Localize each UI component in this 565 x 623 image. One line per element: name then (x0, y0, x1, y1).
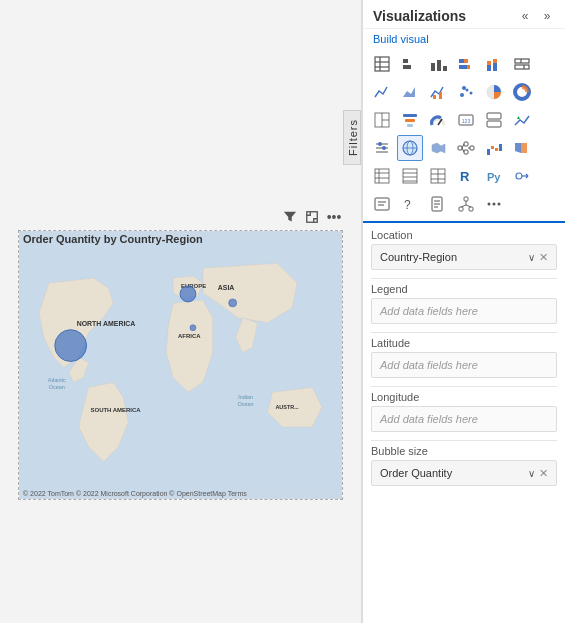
svg-line-71 (462, 144, 464, 148)
divider-2 (371, 332, 557, 333)
table2-icon[interactable] (397, 163, 423, 189)
donut-icon[interactable] (509, 79, 535, 105)
decomp-tree-icon[interactable] (453, 135, 479, 161)
svg-point-12 (55, 330, 87, 362)
visual-container: ••• Order Quantity by Country-Region (18, 230, 343, 500)
svg-rect-70 (470, 146, 474, 150)
more-visuals-icon[interactable] (481, 191, 507, 217)
pie-chart-icon[interactable] (481, 79, 507, 105)
line-chart-icon[interactable] (369, 79, 395, 105)
expand-icon[interactable] (304, 209, 320, 225)
latitude-label: Latitude (371, 337, 557, 349)
gauge-icon[interactable] (425, 107, 451, 133)
python-icon[interactable]: Py (481, 163, 507, 189)
svg-point-92 (516, 173, 522, 179)
location-close[interactable]: ✕ (539, 251, 548, 264)
longitude-section: Longitude Add data fields here (371, 391, 557, 432)
100-stacked-bar-icon[interactable] (509, 51, 535, 77)
waterfall-icon[interactable] (481, 135, 507, 161)
table3-icon[interactable] (425, 163, 451, 189)
multi-row-card-icon[interactable] (481, 107, 507, 133)
table-icon[interactable] (369, 51, 395, 77)
svg-point-13 (180, 286, 196, 302)
svg-marker-37 (403, 87, 415, 97)
divider-3 (371, 386, 557, 387)
location-value[interactable]: Country-Region ∨ ✕ (371, 244, 557, 270)
map-area[interactable]: NORTH AMERICA SOUTH AMERICA AFRICA ASIA … (19, 231, 342, 499)
location-section: Location Country-Region ∨ ✕ (371, 229, 557, 270)
collapse-panel-icon[interactable]: « (517, 8, 533, 24)
svg-rect-16 (375, 57, 389, 71)
slicer-icon[interactable] (369, 135, 395, 161)
stacked-column-icon[interactable] (481, 51, 507, 77)
legend-label: Legend (371, 283, 557, 295)
icon-row-4 (369, 135, 559, 161)
svg-rect-78 (375, 169, 389, 183)
svg-rect-21 (403, 65, 411, 69)
bubble-size-chevron[interactable]: ∨ (528, 468, 535, 479)
svg-rect-76 (495, 148, 498, 151)
bubble-size-controls: ∨ ✕ (528, 467, 548, 480)
svg-rect-105 (459, 207, 463, 211)
build-visual-tab[interactable]: Build visual (363, 29, 565, 47)
svg-text:AFRICA: AFRICA (178, 333, 201, 339)
svg-rect-69 (464, 150, 468, 154)
kpi-icon[interactable]: ▲ (509, 107, 535, 133)
smart-narrative-icon[interactable] (369, 191, 395, 217)
funnel-icon[interactable] (397, 107, 423, 133)
line-cluster-icon[interactable] (425, 79, 451, 105)
clustered-column-icon[interactable] (425, 51, 451, 77)
location-chevron[interactable]: ∨ (528, 252, 535, 263)
svg-point-15 (190, 325, 196, 331)
visual-toolbar: ••• (282, 209, 342, 225)
map-icon[interactable] (397, 135, 423, 161)
bubble-size-value[interactable]: Order Quantity ∨ ✕ (371, 460, 557, 486)
viz-panel: Visualizations « » Build visual (362, 0, 565, 623)
svg-rect-52 (407, 124, 413, 127)
svg-rect-77 (499, 144, 502, 151)
svg-rect-68 (464, 142, 468, 146)
filled-map-icon[interactable] (425, 135, 451, 161)
svg-text:123: 123 (462, 118, 471, 124)
clustered-bar-icon[interactable] (397, 51, 423, 77)
card-icon[interactable]: 123 (453, 107, 479, 133)
stacked-bar-icon[interactable] (453, 51, 479, 77)
svg-rect-56 (487, 113, 501, 119)
bubble-size-close[interactable]: ✕ (539, 467, 548, 480)
r-visual-icon[interactable]: R (453, 163, 479, 189)
divider-1 (371, 278, 557, 279)
svg-point-46 (519, 89, 525, 95)
svg-point-63 (382, 146, 386, 150)
key-influencers-icon[interactable] (509, 163, 535, 189)
paginated-icon[interactable] (425, 191, 451, 217)
svg-rect-26 (464, 59, 468, 63)
longitude-placeholder[interactable]: Add data fields here (371, 406, 557, 432)
latitude-placeholder[interactable]: Add data fields here (371, 352, 557, 378)
area-chart-icon[interactable] (397, 79, 423, 105)
ribbon-icon[interactable] (509, 135, 535, 161)
decomp2-icon[interactable] (453, 191, 479, 217)
svg-text:R: R (460, 169, 470, 184)
longitude-label: Longitude (371, 391, 557, 403)
scatter-icon[interactable] (453, 79, 479, 105)
svg-rect-38 (433, 95, 436, 99)
svg-point-40 (460, 93, 464, 97)
filters-tab[interactable]: Filters (343, 110, 361, 165)
viz-header-icons: « » (517, 8, 555, 24)
matrix-icon[interactable] (369, 163, 395, 189)
legend-placeholder[interactable]: Add data fields here (371, 298, 557, 324)
svg-text:SOUTH AMERICA: SOUTH AMERICA (91, 407, 142, 413)
svg-rect-20 (403, 59, 408, 63)
icon-grid: 123 ▲ (363, 47, 565, 223)
treemap-icon[interactable] (369, 107, 395, 133)
more-options-icon[interactable]: ••• (326, 209, 342, 225)
svg-text:Py: Py (487, 171, 501, 183)
svg-line-72 (462, 148, 464, 152)
svg-point-62 (378, 142, 382, 146)
expand-panel-icon[interactable]: » (539, 8, 555, 24)
qa-icon[interactable]: ? (397, 191, 423, 217)
icon-row-5: R Py (369, 163, 559, 189)
visual-title: Order Quantity by Country-Region (23, 233, 203, 245)
svg-point-110 (488, 203, 491, 206)
filter-icon[interactable] (282, 209, 298, 225)
